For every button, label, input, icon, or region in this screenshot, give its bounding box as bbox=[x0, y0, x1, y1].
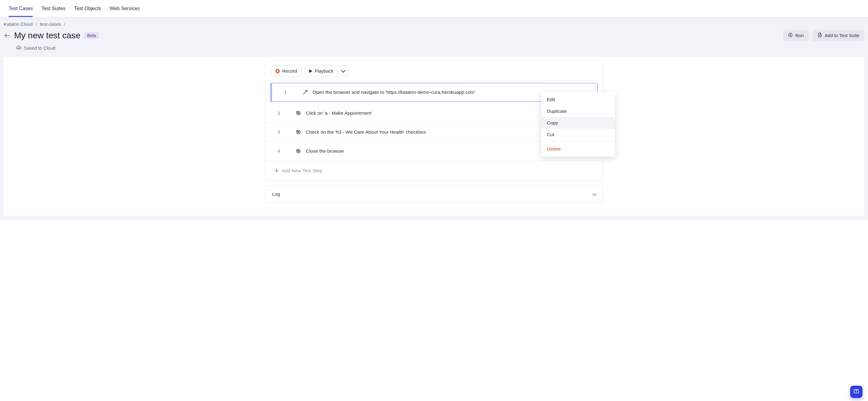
run-button[interactable]: Run bbox=[783, 30, 809, 41]
plus-icon bbox=[275, 169, 279, 173]
tab-test-suites[interactable]: Test Suites bbox=[41, 0, 65, 17]
target-icon bbox=[291, 110, 306, 116]
tab-test-cases[interactable]: Test Cases bbox=[8, 0, 33, 17]
play-icon bbox=[309, 69, 312, 73]
breadcrumb-root[interactable]: Katalon Cloud bbox=[4, 22, 32, 27]
chevron-down-icon bbox=[341, 68, 345, 73]
svg-point-11 bbox=[298, 150, 299, 152]
steps-list: 1 Open the browser and navigate to 'http… bbox=[265, 83, 603, 161]
log-label: Log bbox=[272, 191, 280, 197]
add-to-test-suite-label: Add to Test Suite bbox=[825, 33, 860, 38]
page-header: Katalon Cloud / test-cases / My new test… bbox=[0, 17, 868, 57]
playback-dropdown-toggle[interactable] bbox=[338, 66, 348, 76]
navigate-icon bbox=[298, 90, 313, 95]
tab-label: Test Cases bbox=[8, 6, 33, 11]
tab-test-objects[interactable]: Test Objects bbox=[74, 0, 101, 17]
svg-point-9 bbox=[298, 131, 299, 133]
saved-status-text: Saved to Cloud bbox=[24, 45, 56, 51]
steps-toolbar: Record Playback bbox=[265, 61, 603, 81]
play-circle-icon bbox=[788, 33, 793, 38]
steps-card: Record Playback 1 bbox=[265, 61, 603, 180]
log-panel-toggle[interactable]: Log bbox=[265, 186, 603, 203]
tab-web-services[interactable]: Web Services bbox=[110, 0, 140, 17]
target-icon bbox=[291, 148, 306, 154]
svg-marker-2 bbox=[790, 34, 791, 36]
breadcrumb-sep: / bbox=[64, 22, 65, 27]
context-cut[interactable]: Cut bbox=[541, 129, 615, 140]
add-to-test-suite-button[interactable]: Add to Test Suite bbox=[812, 30, 864, 41]
step-number: 3 bbox=[267, 130, 291, 135]
breadcrumb-sep: / bbox=[36, 22, 37, 27]
target-icon bbox=[291, 129, 306, 135]
help-icon bbox=[853, 389, 860, 396]
svg-line-5 bbox=[303, 91, 307, 94]
add-new-step-button[interactable]: Add New Test Step bbox=[265, 161, 603, 180]
step-number: 1 bbox=[273, 90, 298, 95]
step-context-menu: Edit Duplicate Copy Cut Delete bbox=[541, 92, 615, 157]
tab-label: Test Objects bbox=[74, 6, 101, 11]
beta-badge: Beta bbox=[84, 32, 99, 39]
breadcrumb-second[interactable]: test-cases bbox=[40, 22, 61, 27]
tabs-bar: Test Cases Test Suites Test Objects Web … bbox=[0, 0, 868, 17]
help-fab[interactable] bbox=[850, 386, 863, 398]
context-copy[interactable]: Copy bbox=[541, 117, 615, 129]
chevron-down-icon bbox=[592, 191, 596, 196]
add-new-step-label: Add New Test Step bbox=[282, 168, 322, 173]
cloud-check-icon bbox=[16, 45, 22, 51]
context-delete[interactable]: Delete bbox=[541, 143, 615, 155]
step-number: 4 bbox=[267, 149, 291, 154]
file-plus-icon bbox=[817, 33, 822, 38]
playback-button-label: Playback bbox=[315, 68, 333, 74]
back-arrow-icon[interactable] bbox=[4, 32, 10, 39]
saved-status: Saved to Cloud bbox=[16, 45, 864, 51]
step-number: 2 bbox=[267, 111, 291, 115]
page-title: My new test case bbox=[14, 31, 80, 40]
run-button-label: Run bbox=[795, 33, 804, 38]
playback-split-button: Playback bbox=[305, 66, 349, 76]
context-edit[interactable]: Edit bbox=[541, 94, 615, 105]
tab-label: Test Suites bbox=[41, 6, 65, 11]
work-area: Record Playback 1 bbox=[0, 57, 868, 220]
svg-point-7 bbox=[298, 112, 299, 114]
breadcrumb: Katalon Cloud / test-cases / bbox=[4, 22, 864, 27]
context-duplicate[interactable]: Duplicate bbox=[541, 105, 615, 117]
playback-button[interactable]: Playback bbox=[305, 66, 338, 76]
record-button-label: Record bbox=[282, 68, 297, 74]
record-button[interactable]: Record bbox=[271, 66, 302, 76]
record-icon bbox=[275, 69, 280, 73]
tab-label: Web Services bbox=[110, 6, 140, 11]
context-separator bbox=[541, 142, 615, 142]
